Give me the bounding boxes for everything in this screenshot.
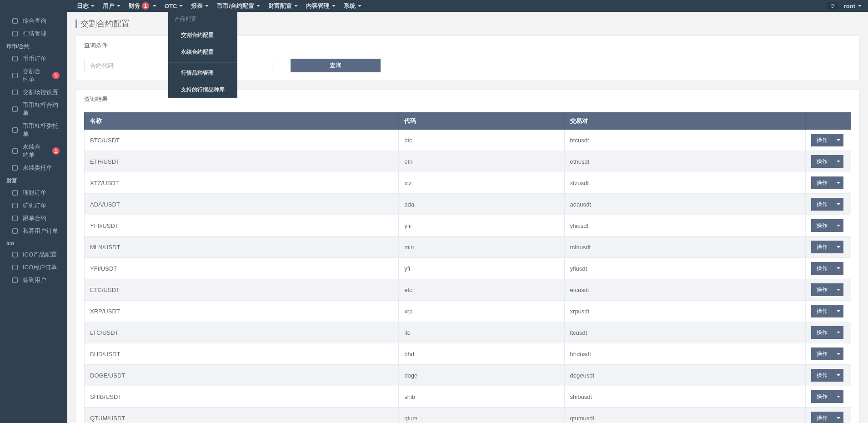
cell-name: LTC/USDT [85, 322, 399, 343]
action-dropdown-toggle[interactable] [833, 390, 843, 403]
table-row: MLN/USDTmlnmlnusdt操作 [85, 237, 851, 258]
nav-item[interactable]: OTC [161, 0, 187, 12]
nav-item[interactable]: 财务1 [125, 0, 161, 12]
svg-rect-8 [13, 166, 18, 171]
cell-pair: yfiiusdt [564, 215, 805, 237]
action-dropdown-toggle[interactable] [833, 198, 843, 211]
sidebar-item[interactable]: 币币杠杆委托单 [0, 120, 67, 141]
sidebar-item[interactable]: 综合查询 [0, 15, 67, 27]
action-button[interactable]: 操作 [811, 176, 833, 189]
sidebar-item[interactable]: 矿机订单 [0, 199, 67, 212]
svg-rect-15 [13, 278, 18, 283]
sidebar-item[interactable]: 币币杠杆合约单 [0, 99, 67, 120]
cell-pair: btcusdt [564, 130, 805, 151]
cell-action: 操作 [806, 130, 851, 151]
sidebar-item-label: ICO用户订单 [23, 263, 57, 272]
sidebar-item[interactable]: 私募用户订单 [0, 225, 67, 237]
menu-icon [12, 202, 18, 209]
sidebar-item[interactable]: 理财订单 [0, 186, 67, 199]
cell-pair: ltcusdt [564, 322, 805, 343]
action-button[interactable]: 操作 [811, 412, 833, 423]
action-dropdown-toggle[interactable] [833, 326, 843, 339]
action-button[interactable]: 操作 [811, 198, 833, 211]
dropdown-item[interactable]: 支持的行情品种库 [168, 81, 237, 98]
action-dropdown-toggle[interactable] [833, 305, 843, 317]
cell-action: 操作 [806, 386, 851, 408]
nav-item-label: 财务 [129, 2, 140, 10]
sidebar-item[interactable]: 币币订单 [0, 52, 67, 65]
table-row: XTZ/USDTxtzxtzusdt操作 [85, 172, 851, 194]
nav-item[interactable]: 报表 [187, 0, 213, 12]
action-button[interactable]: 操作 [811, 134, 833, 146]
action-dropdown-toggle[interactable] [833, 241, 843, 253]
dropdown-item[interactable]: 行情品种管理 [168, 65, 237, 81]
table-row: QTUM/USDTqtumqtumusdt操作 [85, 408, 851, 423]
action-dropdown-toggle[interactable] [833, 283, 843, 296]
action-button[interactable]: 操作 [811, 219, 833, 232]
nav-item[interactable]: 内容管理 [302, 0, 340, 12]
cell-action: 操作 [806, 194, 851, 215]
cell-code: eth [399, 151, 564, 172]
sidebar-item[interactable]: 永续委托单 [0, 161, 67, 174]
menu-icon [12, 252, 18, 258]
cell-code: qtum [399, 408, 564, 423]
action-button[interactable]: 操作 [811, 305, 833, 317]
action-button[interactable]: 操作 [811, 241, 833, 253]
action-button[interactable]: 操作 [811, 155, 833, 168]
action-dropdown-toggle[interactable] [833, 262, 843, 275]
svg-rect-12 [13, 229, 18, 234]
sidebar-item-label: 交割合约单 [23, 67, 46, 84]
nav-item[interactable]: 日志 [73, 0, 99, 12]
cell-name: BHD/USDT [85, 343, 399, 365]
svg-rect-11 [13, 216, 18, 221]
action-dropdown-toggle[interactable] [833, 219, 843, 232]
refresh-button[interactable] [827, 2, 838, 10]
chevron-down-icon [332, 5, 336, 7]
action-button[interactable]: 操作 [811, 262, 833, 275]
table-row: SHIB/USDTshibshibusdt操作 [85, 386, 851, 408]
cell-action: 操作 [806, 322, 851, 343]
sidebar-item-label: ICO产品配置 [23, 251, 57, 259]
sidebar-item[interactable]: 交割合约单1 [0, 65, 67, 86]
nav-item[interactable]: 财富配置 [264, 0, 302, 12]
action-button[interactable]: 操作 [811, 369, 833, 382]
sidebar-item[interactable]: 交割场控设置 [0, 86, 67, 99]
sidebar-item[interactable]: 签到用户 [0, 274, 67, 287]
nav-user[interactable]: root [844, 3, 862, 10]
sidebar-item[interactable]: 行情管理 [0, 27, 67, 40]
cell-name: BTC/USDT [85, 130, 399, 151]
cell-pair: ethusdt [564, 151, 805, 172]
dropdown-item[interactable]: 永续合约配置 [168, 44, 237, 60]
chevron-down-icon [837, 353, 840, 355]
sidebar-item-label: 行情管理 [23, 30, 46, 38]
action-button[interactable]: 操作 [811, 390, 833, 403]
chevron-down-icon [153, 5, 156, 7]
refresh-icon [830, 3, 835, 9]
sidebar-item[interactable]: ICO用户订单 [0, 261, 67, 274]
action-button[interactable]: 操作 [811, 347, 833, 360]
svg-rect-5 [13, 107, 18, 112]
sidebar-item-label: 永续合约单 [23, 143, 46, 159]
search-button[interactable]: 查询 [291, 59, 381, 72]
nav-item[interactable]: 系统 [340, 0, 366, 12]
action-dropdown-toggle[interactable] [833, 412, 843, 423]
nav-item[interactable]: 币币/合约配置 [213, 0, 264, 12]
action-dropdown-toggle[interactable] [833, 134, 843, 146]
nav-item[interactable]: 用户 [99, 0, 125, 12]
cell-action: 操作 [806, 215, 851, 237]
chevron-down-icon [837, 139, 840, 141]
action-button[interactable]: 操作 [811, 326, 833, 339]
action-dropdown-toggle[interactable] [833, 176, 843, 189]
sidebar-item[interactable]: 跟单合约 [0, 212, 67, 225]
sidebar-item[interactable]: ICO产品配置 [0, 248, 67, 261]
action-dropdown-toggle[interactable] [833, 155, 843, 168]
nav-dropdown: 产品配置 交割合约配置永续合约配置 行情品种管理支持的行情品种库 [168, 12, 237, 98]
action-button[interactable]: 操作 [811, 283, 833, 296]
dropdown-item[interactable]: 交割合约配置 [168, 27, 237, 44]
action-dropdown-toggle[interactable] [833, 369, 843, 382]
nav-item-label: 内容管理 [306, 2, 330, 10]
nav-user-label: root [844, 3, 855, 10]
cell-pair: mlnusdt [564, 237, 805, 258]
action-dropdown-toggle[interactable] [833, 347, 843, 360]
sidebar-item[interactable]: 永续合约单1 [0, 141, 67, 161]
